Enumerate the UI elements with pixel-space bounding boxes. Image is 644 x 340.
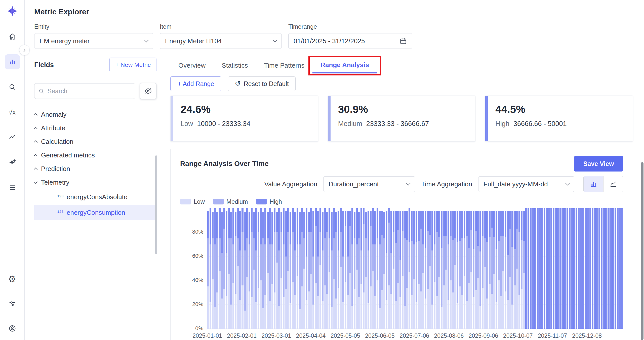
chart-y-axis: 0%20%40%60%80% bbox=[180, 208, 207, 329]
legend-item-high: High bbox=[256, 198, 282, 205]
nav-list-icon[interactable] bbox=[5, 180, 20, 195]
chart-bar bbox=[585, 208, 586, 329]
chart-bar bbox=[379, 208, 381, 329]
chart-bar bbox=[310, 208, 312, 329]
search-input[interactable] bbox=[48, 88, 131, 95]
nav-trend-line-icon[interactable] bbox=[5, 130, 20, 145]
nav-metrics-bar-chart-icon[interactable] bbox=[5, 54, 20, 69]
save-view-button[interactable]: Save View bbox=[574, 156, 623, 172]
chart-bar bbox=[422, 208, 424, 329]
card-range-name: High bbox=[495, 120, 509, 128]
chart-bar bbox=[516, 208, 518, 329]
nav-explore-magnifier-icon[interactable] bbox=[5, 79, 20, 95]
nav-ai-sparkles-icon[interactable] bbox=[5, 155, 20, 170]
timerange-input[interactable]: 01/01/2025 - 31/12/2025 bbox=[288, 33, 412, 49]
chart-bar bbox=[548, 208, 550, 329]
chart-bar bbox=[596, 208, 598, 329]
timerange-label: Timerange bbox=[288, 23, 412, 30]
chart-bar bbox=[242, 208, 243, 329]
tab-range-analysis[interactable]: Range Analysis bbox=[312, 57, 377, 73]
tree-group-label: Calculation bbox=[41, 138, 73, 146]
user-profile-icon[interactable] bbox=[5, 321, 20, 336]
tree-group-telemetry[interactable]: Telemetry bbox=[34, 176, 156, 189]
settings-gear-icon[interactable]: ⚙ bbox=[5, 272, 20, 287]
chart-bar bbox=[555, 208, 557, 329]
chart-bar bbox=[594, 208, 596, 329]
chart-bar bbox=[450, 208, 452, 329]
hide-fields-eye-off-button[interactable] bbox=[140, 83, 156, 99]
chart-bar bbox=[303, 208, 305, 329]
chart-bar bbox=[598, 208, 600, 329]
chart-bar bbox=[486, 208, 488, 329]
chart-bar bbox=[360, 208, 362, 329]
chart-bar bbox=[502, 208, 504, 329]
chart-bar bbox=[418, 208, 420, 329]
item-select[interactable]: Energy Meter H104 bbox=[160, 33, 282, 49]
legend-label: Medium bbox=[226, 198, 248, 205]
calendar-icon bbox=[400, 37, 407, 45]
chart-bar bbox=[621, 208, 623, 329]
reset-to-default-button[interactable]: ↺ Reset to Default bbox=[228, 76, 296, 91]
entity-select[interactable]: EM energy meter bbox=[34, 33, 153, 49]
chart-bar bbox=[235, 208, 236, 329]
chevron-up-icon bbox=[34, 154, 38, 158]
chart-bar bbox=[461, 208, 463, 329]
tree-item-energyConsAbsolute[interactable]: ¹²³ energyConsAbsolute bbox=[34, 189, 156, 205]
x-tick-label: 2025-02-01 bbox=[227, 332, 257, 339]
chart-bar bbox=[319, 208, 321, 329]
preferences-sliders-icon[interactable] bbox=[5, 296, 20, 311]
chevron-down-icon bbox=[144, 38, 149, 42]
y-tick-label: 60% bbox=[192, 253, 203, 259]
chart-bar bbox=[287, 208, 289, 329]
eye-off-icon bbox=[144, 87, 152, 95]
tree-group-label: Prediction bbox=[41, 165, 70, 173]
chart-bar bbox=[381, 208, 383, 329]
x-tick-label: 2025-01-01 bbox=[192, 332, 222, 339]
chart-bar bbox=[541, 208, 543, 329]
new-metric-button[interactable]: + New Metric bbox=[109, 58, 156, 72]
card-range-values: 23333.33 - 36666.67 bbox=[366, 120, 429, 128]
value-aggregation-select[interactable]: Duration_percent bbox=[323, 176, 415, 192]
sidebar-expand-button[interactable]: › bbox=[19, 45, 30, 55]
chart-bar bbox=[317, 208, 319, 329]
chart-bar bbox=[292, 208, 294, 329]
tree-group-attribute[interactable]: Attribute bbox=[34, 121, 156, 135]
chart-bar bbox=[441, 208, 442, 329]
line-chart-toggle-button[interactable] bbox=[603, 176, 623, 192]
chevron-up-icon bbox=[34, 127, 38, 131]
tab-statistics[interactable]: Statistics bbox=[214, 57, 256, 73]
time-aggregation-select[interactable]: Full_date yyyy-MM-dd bbox=[478, 176, 574, 192]
chart-bar bbox=[212, 208, 214, 329]
tab-bar: Overview Statistics Time Patterns Range … bbox=[170, 57, 633, 73]
chevron-right-icon: › bbox=[23, 46, 25, 54]
tab-overview[interactable]: Overview bbox=[170, 57, 214, 73]
chart-bar bbox=[216, 208, 218, 329]
y-tick-label: 40% bbox=[192, 277, 203, 283]
search-box[interactable] bbox=[34, 83, 135, 99]
filters-row: Entity EM energy meter Item Energy Meter… bbox=[25, 23, 644, 49]
legend-item-low: Low bbox=[180, 198, 205, 205]
fields-panel-scrollbar[interactable] bbox=[155, 155, 157, 254]
add-range-button[interactable]: + Add Range bbox=[170, 76, 221, 91]
tree-group-calculation[interactable]: Calculation bbox=[34, 135, 156, 148]
tab-time-patterns[interactable]: Time Patterns bbox=[256, 57, 312, 73]
vertical-scrollbar[interactable] bbox=[641, 162, 643, 340]
nav-home-icon[interactable] bbox=[5, 29, 20, 44]
tree-group-generated-metrics[interactable]: Generated metrics bbox=[34, 148, 156, 162]
x-tick-label: 2025-10-07 bbox=[503, 332, 533, 339]
app-logo-icon[interactable] bbox=[7, 6, 18, 17]
nav-formula-sqrt-icon[interactable]: √x bbox=[5, 105, 20, 120]
value-aggregation-label: Value Aggregation bbox=[264, 180, 317, 188]
tree-item-energyConsumption[interactable]: ¹²³ energyConsumption bbox=[34, 205, 156, 220]
tree-group-prediction[interactable]: Prediction bbox=[34, 162, 156, 176]
chart-bar bbox=[280, 208, 282, 329]
bar-chart-toggle-button[interactable] bbox=[584, 176, 603, 192]
fields-title: Fields bbox=[34, 61, 54, 69]
chart-bar bbox=[582, 208, 584, 329]
card-accent-bar bbox=[171, 96, 173, 141]
tree-group-anomaly[interactable]: Anomaly bbox=[34, 108, 156, 121]
chart-bar bbox=[525, 208, 527, 329]
chart-bar bbox=[610, 208, 612, 329]
chart-bar bbox=[253, 208, 255, 329]
card-percent: 30.9% bbox=[338, 103, 466, 115]
